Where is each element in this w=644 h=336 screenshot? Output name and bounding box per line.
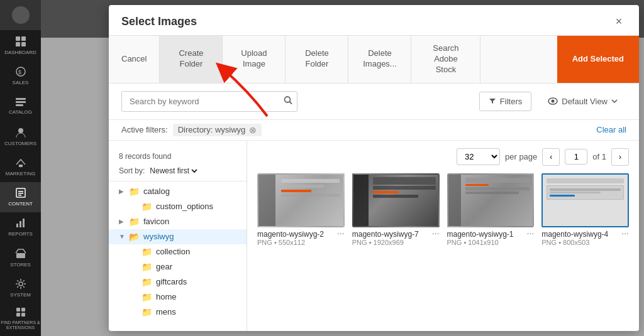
svg-rect-0	[16, 36, 20, 41]
tree-item-collection[interactable]: 📁 collection	[121, 244, 247, 259]
svg-point-9	[18, 128, 23, 133]
tree-item-home[interactable]: 📁 home	[121, 290, 247, 305]
tree-label-gear: gear	[156, 262, 172, 271]
image-name-4: magento-wysiwyg-4	[541, 230, 608, 239]
tree-label-mens: mens	[156, 307, 176, 317]
svg-rect-15	[16, 224, 18, 227]
tree-item-mens[interactable]: 📁 mens	[121, 305, 247, 320]
sort-select[interactable]: Newest first Oldest first Name	[147, 166, 199, 176]
sidebar-item-dashboard[interactable]: Dashboard	[0, 30, 41, 60]
image-card-4[interactable]: magento-wysiwyg-4 ··· PNG • 800x503	[541, 173, 629, 247]
clear-all-link[interactable]: Clear all	[596, 125, 626, 134]
image-options-2[interactable]: ···	[432, 228, 440, 238]
delete-images-button[interactable]: Delete Images...	[348, 36, 411, 83]
folder-icon: 📁	[142, 292, 152, 302]
tree-label-favicon: favicon	[143, 217, 169, 226]
page-next-button[interactable]: ›	[611, 148, 629, 166]
image-card-1[interactable]: magento-wysiwyg-2 ··· PNG • 550x112	[257, 173, 345, 247]
page-prev-button[interactable]: ‹	[542, 148, 560, 166]
image-meta-4: PNG • 800x503	[541, 239, 629, 246]
image-name-2: magento-wysiwyg-7	[352, 230, 419, 239]
sort-label: Sort by:	[119, 166, 145, 175]
search-icon[interactable]	[284, 96, 292, 107]
svg-rect-8	[16, 104, 23, 106]
search-adobe-stock-button[interactable]: Search Adobe Stock	[411, 36, 480, 83]
tree-item-custom-options[interactable]: 📁 custom_options	[121, 199, 247, 214]
image-options-3[interactable]: ···	[527, 228, 535, 238]
sidebar-item-customers[interactable]: Customers	[0, 121, 41, 151]
sidebar-label-system: System	[10, 292, 31, 298]
svg-line-25	[290, 102, 292, 104]
tree-item-favicon[interactable]: ▶ 📁 favicon	[109, 214, 247, 229]
search-area: Filters Default View	[109, 84, 639, 120]
page-input[interactable]	[565, 149, 587, 165]
tree-label-home: home	[156, 292, 177, 301]
image-meta-2: PNG • 1920x969	[352, 239, 440, 246]
folder-icon: 📁	[129, 187, 140, 197]
tree-label-catalog: catalog	[143, 187, 170, 196]
sidebar-label-extensions: Find Partners & Extensions	[0, 320, 41, 330]
sidebar-item-reports[interactable]: Reports	[0, 212, 41, 242]
delete-folder-button[interactable]: Delete Folder	[286, 36, 348, 83]
svg-rect-23	[21, 313, 25, 317]
create-folder-button[interactable]: Create Folder	[160, 36, 223, 83]
tree-label-custom-options: custom_options	[156, 202, 213, 211]
filters-button[interactable]: Filters	[479, 92, 531, 111]
filter-tag-remove[interactable]: ⊗	[249, 125, 257, 135]
tree-item-gear[interactable]: 📁 gear	[121, 259, 247, 274]
sidebar-label-dashboard: Dashboard	[4, 50, 36, 55]
svg-rect-13	[18, 193, 23, 194]
svg-rect-18	[16, 253, 25, 258]
close-button[interactable]: ×	[611, 14, 626, 29]
folder-open-icon: 📂	[129, 232, 140, 242]
image-card-2[interactable]: magento-wysiwyg-7 ··· PNG • 1920x969	[352, 173, 440, 247]
image-card-3[interactable]: magento-wysiwyg-1 ··· PNG • 1041x910	[447, 173, 535, 247]
svg-rect-16	[19, 221, 21, 227]
reports-icon	[15, 217, 26, 229]
image-name-row-2: magento-wysiwyg-7 ···	[352, 227, 440, 239]
chevron-right-icon: ▶	[119, 188, 125, 195]
sort-bar: Sort by: Newest first Oldest first Name	[109, 163, 247, 182]
default-view-button[interactable]: Default View	[539, 92, 626, 111]
upload-image-button[interactable]: Upload Image	[223, 36, 286, 83]
sidebar-label-sales: Sales	[13, 80, 29, 85]
sidebar-label-catalog: Catalog	[9, 109, 32, 115]
sidebar-label-content: Content	[8, 201, 33, 207]
add-selected-button[interactable]: Add Selected	[557, 36, 639, 83]
tree-item-catalog[interactable]: ▶ 📁 catalog	[109, 184, 247, 199]
extensions-icon	[15, 306, 26, 318]
sidebar-item-content[interactable]: Content	[0, 182, 41, 212]
sidebar-item-sales[interactable]: $ Sales	[0, 61, 41, 91]
svg-rect-17	[23, 219, 25, 227]
cancel-button[interactable]: Cancel	[109, 36, 160, 83]
image-thumb-2	[352, 173, 440, 228]
sidebar-item-system[interactable]: System	[0, 273, 41, 303]
image-grid-panel: 32 48 64 per page ‹ of 1 ›	[247, 141, 639, 331]
sidebar-logo	[0, 0, 41, 30]
image-options-1[interactable]: ···	[337, 228, 345, 238]
sidebar-item-marketing[interactable]: Marketing	[0, 151, 41, 182]
svg-rect-21	[21, 308, 25, 312]
active-filters-label: Active filters:	[121, 125, 168, 134]
image-grid: magento-wysiwyg-2 ··· PNG • 550x112	[257, 173, 629, 247]
search-input[interactable]	[121, 91, 297, 112]
main-area: Select Images × Cancel Create Folder Upl…	[41, 0, 644, 336]
sidebar-item-catalog[interactable]: Catalog	[0, 91, 41, 121]
stores-icon	[15, 248, 26, 259]
pagination-bar: 32 48 64 per page ‹ of 1 ›	[257, 148, 629, 166]
per-page-select[interactable]: 32 48 64	[457, 148, 500, 165]
svg-rect-6	[16, 98, 26, 100]
sidebar-label-customers: Customers	[4, 141, 36, 146]
image-options-4[interactable]: ···	[621, 228, 629, 238]
tree-item-giftcards[interactable]: 📁 giftcards	[121, 274, 247, 290]
content-icon	[15, 187, 26, 198]
logo-shape	[12, 6, 30, 24]
svg-point-27	[552, 100, 555, 103]
image-name-row-3: magento-wysiwyg-1 ···	[447, 227, 535, 239]
sidebar-item-stores[interactable]: Stores	[0, 242, 41, 273]
sidebar: Dashboard $ Sales Catalog Customers Mark…	[0, 0, 41, 336]
tree-label-collection: collection	[156, 247, 190, 256]
sidebar-item-extensions[interactable]: Find Partners & Extensions	[0, 303, 41, 333]
tree-item-wysiwyg[interactable]: ▼ 📂 wysiwyg	[109, 229, 247, 244]
tree-label-wysiwyg: wysiwyg	[143, 232, 174, 241]
